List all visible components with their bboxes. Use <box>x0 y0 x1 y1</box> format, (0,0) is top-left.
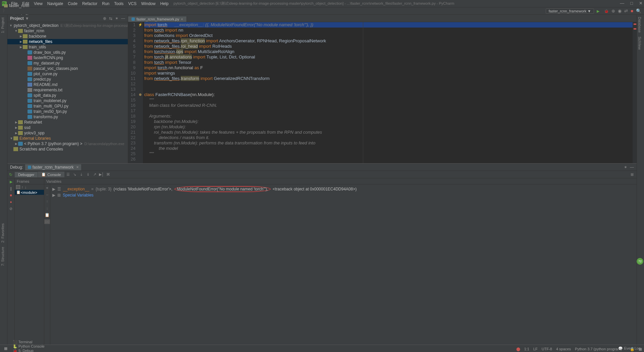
error-marker[interactable] <box>634 24 636 25</box>
step-out-button[interactable]: ↗ <box>92 172 98 177</box>
tree-node[interactable]: predict.py <box>7 77 128 82</box>
status-tab[interactable]: ⬛ Terminal <box>10 340 47 344</box>
favorites-tool-button[interactable]: 2: Favorites <box>0 222 5 244</box>
tree-node[interactable]: fasterRCNN.png <box>7 55 128 60</box>
watch-down-button[interactable]: ↓ <box>44 206 50 211</box>
search-everywhere-button[interactable]: 🔍 <box>636 8 641 13</box>
view-breakpoints-button[interactable]: ● <box>7 199 14 205</box>
tree-node[interactable]: ▶< Python 3.7 (python program) >D:\anaco… <box>7 141 128 146</box>
tree-node[interactable]: ▶ssd <box>7 125 128 130</box>
memory-lock-icon[interactable]: 🔒 <box>630 347 635 351</box>
maximize-button[interactable]: □ <box>630 1 633 6</box>
special-variables-row[interactable]: ▶ ⊞ Special Variables <box>52 192 635 198</box>
project-settings-button[interactable]: ✶ <box>115 16 118 21</box>
stop-debug-button[interactable]: ■ <box>7 192 14 199</box>
menu-code[interactable]: Code <box>65 1 80 6</box>
console-tab[interactable]: 📋 Console <box>38 172 64 177</box>
force-step-button[interactable]: ⇓ <box>86 172 91 177</box>
ide-status-icon[interactable]: ▦ <box>639 347 642 351</box>
hide-tool-button[interactable]: — <box>121 16 125 21</box>
tree-node[interactable]: ▼faster_rcnn <box>7 28 128 34</box>
status-info[interactable]: 4 spaces <box>556 347 571 351</box>
rerun-button[interactable]: ↻ <box>7 172 12 177</box>
status-info[interactable]: LF <box>533 347 538 351</box>
menu-help[interactable]: Help <box>158 1 171 6</box>
status-tab[interactable]: 🐞 5: Debug <box>10 349 47 352</box>
watch-up-button[interactable]: ↑ <box>44 199 50 204</box>
project-tool-button[interactable]: 1: Project <box>0 16 5 34</box>
status-info[interactable]: UTF-8 <box>542 347 552 351</box>
structure-tool-button[interactable]: 7: Structure <box>0 246 5 267</box>
error-indicator[interactable]: ⬤ <box>516 347 520 351</box>
debugger-tab[interactable]: Debugger <box>15 172 38 177</box>
remove-watch-button[interactable]: − <box>44 192 50 197</box>
run-to-cursor-button[interactable]: ▶│ <box>99 172 104 177</box>
resume-button[interactable]: ▶ <box>7 178 14 185</box>
debug-settings-button[interactable]: ✶ <box>624 165 627 170</box>
project-tree[interactable]: ▼pytorch_object_detectionE:\测试\deep-lear… <box>7 22 128 163</box>
tree-node[interactable]: ▶network_files <box>7 39 128 44</box>
tree-node[interactable]: my_dataset.py <box>7 60 128 66</box>
menu-run[interactable]: Run <box>100 1 112 6</box>
frame-item[interactable]: 📋 <module> <box>15 190 44 195</box>
copy-watch-button[interactable]: 📋 <box>44 213 50 217</box>
attach-button[interactable]: ⇄ <box>624 8 628 13</box>
menu-vcs[interactable]: VCS <box>126 1 139 6</box>
tree-node[interactable]: Scratches and Consoles <box>7 146 128 152</box>
new-watch-button[interactable]: + <box>44 186 50 190</box>
run-config-dropdown[interactable]: faster_rcnn_framework ▼ <box>546 8 594 14</box>
frame-down-button[interactable]: ↓ <box>25 185 27 189</box>
locate-file-button[interactable]: ⊕ <box>103 16 106 21</box>
layout-button[interactable]: ⊞ <box>629 172 635 177</box>
collapse-all-button[interactable]: ⇆ <box>109 16 112 21</box>
tree-node[interactable]: README.md <box>7 82 128 87</box>
tree-node[interactable]: ▼pytorch_object_detectionE:\测试\deep-lear… <box>7 23 128 28</box>
variable-row[interactable]: ▶ ☰ __exception__ = {tuple: 3} (<class '… <box>52 186 635 192</box>
close-tab-button[interactable]: × <box>181 17 183 21</box>
menu-refactor[interactable]: Refactor <box>80 1 100 6</box>
tree-node[interactable]: plot_curve.py <box>7 71 128 77</box>
error-stripe[interactable] <box>633 22 637 163</box>
debug-session-tab[interactable]: faster_rcnn_framework × <box>25 164 82 170</box>
status-info[interactable]: Python 3.7 (python program) <box>575 347 622 351</box>
code-content[interactable]: import torch __exception__: ({, ModuleNo… <box>143 22 637 163</box>
tree-node[interactable]: draw_box_utils.py <box>7 50 128 55</box>
tree-node[interactable]: train_multi_GPU.py <box>7 103 128 109</box>
close-debug-tab[interactable]: × <box>76 165 78 170</box>
tool-window-quick-access[interactable]: ▦ <box>1 346 10 351</box>
tree-node[interactable]: train_res50_fpn.py <box>7 109 128 114</box>
thread-dropdown[interactable] <box>16 185 20 189</box>
editor-body[interactable]: 1234567891011121314151617181920212223242… <box>128 22 637 163</box>
step-into-button[interactable]: ↘ <box>72 172 77 177</box>
tree-node[interactable]: pascal_voc_classes.json <box>7 66 128 71</box>
tree-node[interactable]: ▶yolov3_spp <box>7 130 128 136</box>
show-watches-button[interactable]: oo <box>44 219 50 224</box>
close-button[interactable]: ✕ <box>639 1 643 6</box>
evaluate-button[interactable]: ⌘ <box>106 172 111 177</box>
tree-node[interactable]: ▼External Libraries <box>7 136 128 141</box>
debug-button[interactable] <box>604 9 609 13</box>
code-with-me-badge[interactable]: 72 <box>637 258 643 265</box>
run-button[interactable] <box>597 9 601 13</box>
database-tool-button[interactable]: Database <box>637 15 642 35</box>
sciview-tool-button[interactable]: SciView <box>637 35 642 52</box>
frame-up-button[interactable]: ↑ <box>21 185 23 189</box>
tree-node[interactable]: ▶backbone <box>7 34 128 39</box>
step-over-button[interactable]: ☰ <box>65 172 71 177</box>
status-info[interactable]: 1:1 <box>524 347 529 351</box>
profile-button[interactable]: ◉ <box>618 8 622 13</box>
status-tab[interactable]: 🐍 Python Console <box>10 344 47 349</box>
tree-node[interactable]: transforms.py <box>7 114 128 120</box>
breadcrumb-segment[interactable]: faster_rcnn <box>3 3 57 8</box>
editor-tab-active[interactable]: faster_rcnn_framework.py × <box>128 16 187 22</box>
menu-window[interactable]: Window <box>139 1 158 6</box>
mute-breakpoints-button[interactable]: ⊘ <box>7 205 14 212</box>
tree-node[interactable]: ▶RetinaNet <box>7 120 128 125</box>
pause-button[interactable]: ‖ <box>7 185 14 192</box>
coverage-button[interactable]: ⊕ <box>611 8 615 13</box>
stop-button[interactable]: ■ <box>631 8 633 13</box>
step-into-my-button[interactable]: ⇣ <box>79 172 84 177</box>
tree-node[interactable]: ▶train_utils <box>7 44 128 50</box>
hide-debug-button[interactable]: — <box>630 165 634 170</box>
tree-node[interactable]: train_mobilenet.py <box>7 98 128 103</box>
